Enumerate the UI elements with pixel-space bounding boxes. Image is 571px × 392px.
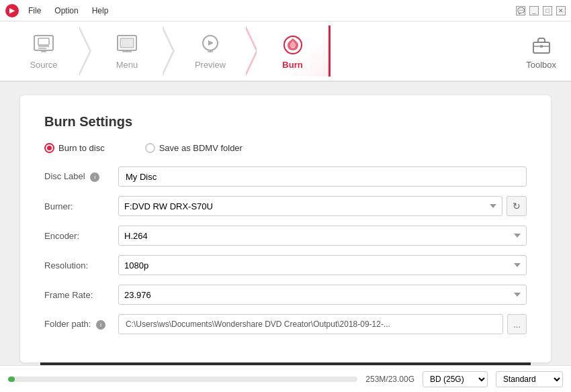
svg-rect-7 (120, 38, 134, 48)
disc-label-input[interactable] (118, 166, 527, 187)
window-controls: 💬 _ □ ✕ (516, 6, 566, 15)
progress-bar-fill (8, 377, 15, 382)
status-size-text: 253M/23.00G (365, 375, 414, 384)
disc-label-info-icon[interactable]: i (90, 173, 99, 182)
burner-select-wrapper: F:DVD RW DRX-S70U ↻ (118, 196, 527, 216)
step-menu[interactable]: Menu (90, 26, 164, 77)
menu-file[interactable]: File (26, 5, 44, 17)
step-source-label: Source (30, 60, 57, 70)
svg-rect-1 (38, 38, 49, 45)
burner-select[interactable]: F:DVD RW DRX-S70U (118, 196, 502, 216)
save-as-bdmv-radio[interactable] (145, 143, 155, 153)
toolbox-button[interactable]: Toolbox (518, 28, 564, 75)
main-content: Burn Settings Burn to disc Save as BDMV … (0, 82, 571, 365)
burn-to-disc-radio[interactable] (44, 143, 54, 153)
svg-marker-11 (208, 40, 214, 46)
toolbox-label: Toolbox (526, 60, 556, 70)
burner-refresh-button[interactable]: ↻ (507, 196, 527, 216)
burner-label: Burner: (44, 201, 118, 211)
title-bar: ▶ File Option Help 💬 _ □ ✕ (0, 0, 571, 21)
minimize-button[interactable]: _ (529, 6, 539, 15)
folder-path-row: Folder path: i ... (44, 314, 527, 334)
folder-path-wrapper: ... (118, 314, 527, 334)
folder-more-button[interactable]: ... (507, 314, 527, 334)
progress-bar (8, 377, 357, 382)
source-icon (32, 33, 56, 57)
burn-to-disc-option[interactable]: Burn to disc (44, 143, 105, 153)
burner-row: Burner: F:DVD RW DRX-S70U ↻ (44, 196, 527, 216)
menu-option[interactable]: Option (52, 5, 81, 17)
folder-path-label: Folder path: i (44, 319, 118, 330)
burn-icon (281, 33, 305, 57)
folder-path-input[interactable] (118, 314, 503, 334)
step-source[interactable]: Source (7, 26, 81, 77)
quality-select[interactable]: Standard High Quality Best Quality (496, 371, 563, 387)
disc-label-label: Disc Label i (44, 171, 118, 182)
resolution-label: Resolution: (44, 260, 118, 271)
step-menu-label: Menu (116, 60, 138, 70)
resolution-row: Resolution: 1080p 720p 480p (44, 255, 527, 275)
framerate-row: Frame Rate: 23.976 25 29.97 30 59.94 60 (44, 285, 527, 305)
burn-to-disc-label: Burn to disc (58, 143, 105, 153)
encoder-row: Encoder: H.264 H.265 MPEG-2 (44, 226, 527, 246)
framerate-label: Frame Rate: (44, 290, 118, 300)
menu-icon (115, 33, 139, 57)
framerate-select[interactable]: 23.976 25 29.97 30 59.94 60 (118, 285, 527, 305)
status-bar: 253M/23.00G BD (25G) BD (50G) DVD (4.7G)… (0, 365, 571, 392)
save-as-bdmv-label: Save as BDMV folder (159, 143, 243, 153)
folder-path-info-icon[interactable]: i (96, 320, 105, 330)
toolbox-icon (529, 33, 554, 57)
step-burn-label: Burn (282, 60, 302, 70)
steps-container: Source Menu Preview (7, 26, 518, 77)
burn-mode-row: Burn to disc Save as BDMV folder (44, 143, 527, 153)
app-icon: ▶ (5, 4, 19, 17)
menu-help[interactable]: Help (89, 5, 112, 17)
preview-icon (198, 33, 222, 57)
step-preview-label: Preview (195, 60, 226, 70)
maximize-button[interactable]: □ (543, 6, 552, 15)
encoder-label: Encoder: (44, 231, 118, 241)
disc-type-select[interactable]: BD (25G) BD (50G) DVD (4.7G) DVD (8.5G) (423, 371, 488, 387)
burn-settings-title: Burn Settings (44, 114, 527, 130)
svg-rect-16 (533, 42, 550, 53)
chat-icon[interactable]: 💬 (516, 6, 525, 15)
encoder-select[interactable]: H.264 H.265 MPEG-2 (118, 226, 527, 246)
burn-settings-card: Burn Settings Burn to disc Save as BDMV … (20, 95, 551, 362)
step-burn[interactable]: Burn (257, 26, 331, 77)
step-preview[interactable]: Preview (173, 26, 247, 77)
disc-label-row: Disc Label i (44, 166, 527, 187)
close-button[interactable]: ✕ (556, 6, 566, 15)
menu-bar: File Option Help (26, 5, 111, 17)
toolbar: Source Menu Preview (0, 21, 571, 82)
save-as-bdmv-option[interactable]: Save as BDMV folder (145, 143, 243, 153)
resolution-select[interactable]: 1080p 720p 480p (118, 255, 527, 275)
